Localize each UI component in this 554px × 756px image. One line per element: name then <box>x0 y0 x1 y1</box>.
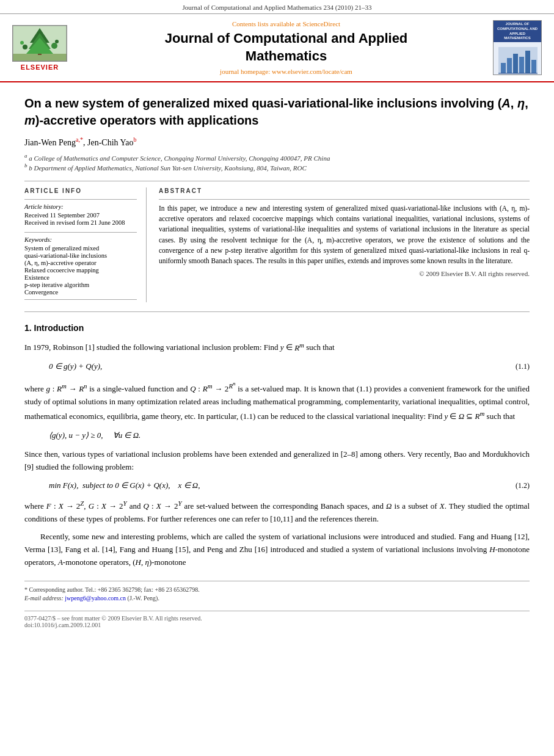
elsevier-logo-container: ELSEVIER <box>6 25 73 71</box>
abstract-column: ABSTRACT In this paper, we introduce a n… <box>159 187 530 302</box>
divider-abstract <box>159 199 530 200</box>
keywords-title: Keywords: <box>24 236 137 243</box>
eq1-num: (1.1) <box>516 361 530 373</box>
body-para2: where g : Rm → Rn is a single-valued fun… <box>24 379 530 423</box>
sciencedirect-link-text[interactable]: ScienceDirect <box>302 20 340 27</box>
footer-line2: doi:10.1016/j.cam.2009.12.001 <box>24 622 530 628</box>
page-wrapper: Journal of Computational and Applied Mat… <box>0 0 554 756</box>
footer-line1: 0377-0427/$ – see front matter © 2009 El… <box>24 615 530 622</box>
journal-cover-image: JOURNAL OF COMPUTATIONAL AND APPLIED MAT… <box>493 20 542 75</box>
svg-rect-18 <box>531 60 536 73</box>
kw4: Relaxed cocoercive mapping <box>24 267 137 274</box>
section1-num: 1. <box>24 323 32 333</box>
authors-line: Jian-Wen Penga,*, Jen-Chih Yaob <box>24 136 530 148</box>
section1-title: 1. Introduction <box>24 321 530 335</box>
kw6: p-step iterative algorithm <box>24 282 137 288</box>
journal-homepage: journal homepage: www.elsevier.com/locat… <box>79 68 493 75</box>
article-info-column: ARTICLE INFO Article history: Received 1… <box>24 187 147 302</box>
svg-rect-17 <box>525 51 530 73</box>
article-info-heading: ARTICLE INFO <box>24 187 137 194</box>
article-title-text: On a new system of generalized mixed qua… <box>24 96 528 127</box>
footnote-email: E-mail address: jwpeng6@yahoo.com.cn (J.… <box>24 595 530 602</box>
divider-1 <box>24 181 530 181</box>
article-history: Article history: Received 11 September 2… <box>24 203 137 226</box>
homepage-label: journal homepage: <box>220 68 270 75</box>
body-para4: where F : X → 2Z, G : X → 2Y and Q : X →… <box>24 498 530 526</box>
kw3: (A, η, m)-accretive operator <box>24 260 137 266</box>
affiliation-b: b b Department of Applied Mathematics, N… <box>24 162 530 172</box>
eq-inner-content: ⟨g(y), u − y⟩ ≥ 0, ∀u ∈ Ω. <box>49 429 530 442</box>
article-content: On a new system of generalized mixed qua… <box>0 82 554 634</box>
abstract-paragraph: In this paper, we introduce a new and in… <box>159 203 530 267</box>
svg-rect-16 <box>519 57 524 73</box>
cover-graphic <box>496 45 540 75</box>
journal-center: Contents lists available at ScienceDirec… <box>79 20 493 75</box>
journal-title-line1: Journal of Computational and Applied <box>165 31 408 46</box>
elsevier-tree-image <box>12 25 67 62</box>
elsevier-tree-svg <box>13 26 67 61</box>
copyright-line: © 2009 Elsevier B.V. All rights reserved… <box>159 270 530 277</box>
author2-name: Jen-Chih Yao <box>87 138 133 147</box>
homepage-url[interactable]: www.elsevier.com/locate/cam <box>272 68 352 75</box>
revised-date: Received in revised form 21 June 2008 <box>24 219 137 226</box>
cover-title: JOURNAL OF COMPUTATIONAL AND APPLIED MAT… <box>494 21 541 42</box>
svg-rect-13 <box>501 63 506 73</box>
article-body: 1. Introduction In 1979, Robinson [1] st… <box>24 321 530 569</box>
keywords-section: Keywords: System of generalized mixed qu… <box>24 236 137 296</box>
footer-bar: 0377-0427/$ – see front matter © 2009 El… <box>24 611 530 628</box>
kw7: Convergence <box>24 289 137 296</box>
svg-rect-15 <box>513 54 518 73</box>
email-link[interactable]: jwpeng6@yahoo.com.cn <box>65 595 126 602</box>
abstract-heading: ABSTRACT <box>159 187 530 194</box>
article-title: On a new system of generalized mixed qua… <box>24 95 530 129</box>
svg-point-9 <box>55 40 59 43</box>
received-date: Received 11 September 2007 <box>24 212 137 219</box>
footnote-star: * Corresponding author. Tel.: +86 2365 3… <box>24 586 530 593</box>
body-para3: Since then, various types of variational… <box>24 448 530 474</box>
cover-body <box>494 42 541 75</box>
contents-line: Contents lists available at ScienceDirec… <box>79 20 493 27</box>
author1-sup: a,* <box>76 136 83 143</box>
svg-point-7 <box>51 43 57 49</box>
citation-text: Journal of Computational and Applied Mat… <box>183 4 372 11</box>
elsevier-brand-text: ELSEVIER <box>21 64 59 71</box>
kw5: Existence <box>24 274 137 281</box>
svg-point-6 <box>23 45 27 49</box>
divider-kw <box>24 232 137 233</box>
section1-label: Introduction <box>34 323 84 333</box>
footnote-area: * Corresponding author. Tel.: +86 2365 3… <box>24 581 530 602</box>
affiliations: a a College of Mathematics and Computer … <box>24 153 530 172</box>
eq2-num: (1.2) <box>516 480 530 492</box>
journal-title: Journal of Computational and Applied Mat… <box>79 30 493 65</box>
author2-sup: b <box>133 136 136 143</box>
kw2: quasi-variational-like inclusions <box>24 252 137 259</box>
affiliation-a: a a College of Mathematics and Computer … <box>24 153 530 162</box>
svg-point-8 <box>20 41 24 45</box>
equation-inner: ⟨g(y), u − y⟩ ≥ 0, ∀u ∈ Ω. <box>49 429 530 442</box>
eq1-content: 0 ∈ g(y) + Q(y), <box>49 360 516 373</box>
divider-info <box>24 199 137 200</box>
equation-1-1: 0 ∈ g(y) + Q(y), (1.1) <box>49 360 530 373</box>
info-abstract-columns: ARTICLE INFO Article history: Received 1… <box>24 187 530 302</box>
abstract-text: In this paper, we introduce a new and in… <box>159 203 530 267</box>
contents-text: Contents lists available at <box>232 20 301 27</box>
svg-rect-14 <box>507 58 512 73</box>
body-para1: In 1979, Robinson [1] studied the follow… <box>24 340 530 354</box>
journal-title-line2: Mathematics <box>246 48 327 64</box>
kw1: System of generalized mixed <box>24 245 137 252</box>
top-citation-bar: Journal of Computational and Applied Mat… <box>0 0 554 14</box>
body-para5: Recently, some new and interesting probl… <box>24 531 530 569</box>
history-title: Article history: <box>24 203 137 210</box>
equation-1-2: min F(x), subject to 0 ∈ G(x) + Q(x), x … <box>49 479 530 492</box>
journal-header: ELSEVIER Contents lists available at Sci… <box>0 14 554 82</box>
eq2-content: min F(x), subject to 0 ∈ G(x) + Q(x), x … <box>49 479 516 492</box>
divider-end <box>24 299 137 300</box>
divider-body <box>24 311 530 312</box>
author1-name: Jian-Wen Peng <box>24 138 76 147</box>
